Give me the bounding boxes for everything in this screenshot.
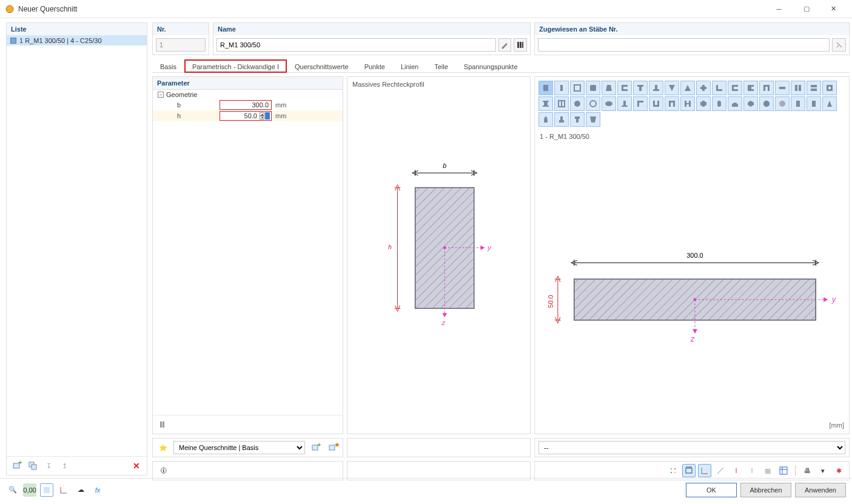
param-library-button[interactable]: [156, 418, 170, 431]
view-axes-button[interactable]: [698, 464, 711, 477]
copy-item-button[interactable]: [26, 459, 39, 472]
view-i2-button[interactable]: I: [745, 464, 759, 477]
shape-button[interactable]: [649, 96, 663, 111]
tree-toggle-icon[interactable]: −: [158, 92, 164, 98]
shape-button[interactable]: [791, 96, 805, 111]
param-h-label: h: [153, 112, 220, 119]
shape-button[interactable]: [665, 81, 679, 95]
shape-button[interactable]: [570, 96, 585, 111]
view-tool-1[interactable]: [666, 464, 680, 477]
shape-rectangle-button[interactable]: [538, 81, 553, 95]
select-members-button[interactable]: [832, 38, 846, 52]
view-i-button[interactable]: I: [730, 464, 743, 477]
new-section-button[interactable]: +: [309, 441, 322, 454]
shape-button[interactable]: [665, 96, 679, 111]
shape-button[interactable]: [602, 96, 616, 111]
cancel-button[interactable]: Abbrechen: [740, 483, 791, 497]
units-button[interactable]: 0,00: [23, 483, 36, 497]
apply-button[interactable]: Anwenden: [795, 483, 846, 497]
details-button[interactable]: ✱: [832, 464, 845, 477]
shape-button[interactable]: [743, 96, 758, 111]
shape-button[interactable]: [554, 81, 569, 95]
axes-settings-button[interactable]: [57, 483, 70, 497]
shape-button[interactable]: [791, 81, 805, 95]
new-section-star-button[interactable]: ★: [326, 441, 339, 454]
info-button[interactable]: 🛈: [156, 464, 170, 477]
param-h-value[interactable]: 50.0 ▴▾: [220, 111, 272, 121]
shape-button[interactable]: [554, 96, 569, 111]
library-button[interactable]: [514, 38, 527, 52]
shape-button[interactable]: [775, 81, 790, 95]
param-h-dropdown-icon[interactable]: [265, 112, 270, 119]
sort-asc-button[interactable]: ↧: [42, 459, 55, 472]
close-button[interactable]: ✕: [820, 0, 847, 18]
edit-name-button[interactable]: [498, 38, 512, 52]
shape-button[interactable]: [649, 81, 663, 95]
view-grid-button[interactable]: ▦: [761, 464, 774, 477]
shape-button[interactable]: [633, 96, 648, 111]
shape-button[interactable]: [586, 81, 600, 95]
shape-button[interactable]: [728, 96, 742, 111]
tab-linien[interactable]: Linien: [393, 59, 426, 73]
sort-desc-button[interactable]: ↥: [58, 459, 71, 472]
shape-button[interactable]: [586, 112, 600, 127]
tab-basis[interactable]: Basis: [152, 59, 184, 73]
view-principal-button[interactable]: [714, 464, 727, 477]
shape-button[interactable]: [617, 81, 632, 95]
shape-button[interactable]: [822, 81, 837, 95]
svg-text:★: ★: [334, 441, 340, 448]
list-item[interactable]: 1 R_M1 300/50 | 4 - C25/30: [7, 36, 147, 45]
name-input[interactable]: [216, 38, 496, 52]
help-button[interactable]: 🔍: [6, 483, 19, 497]
print-dropdown[interactable]: ▾: [816, 464, 830, 477]
shape-button[interactable]: [570, 112, 585, 127]
maximize-button[interactable]: ▢: [793, 0, 820, 18]
shape-button[interactable]: [759, 81, 774, 95]
shape-button[interactable]: [570, 81, 585, 95]
shape-button[interactable]: [680, 81, 695, 95]
assigned-input[interactable]: [538, 38, 830, 52]
stress-dropdown[interactable]: --: [538, 441, 845, 454]
param-b-value[interactable]: 300.0: [220, 100, 272, 110]
shape-button[interactable]: [759, 96, 774, 111]
function-button[interactable]: fx: [91, 483, 104, 497]
shape-button[interactable]: [712, 81, 726, 95]
shape-button[interactable]: [728, 81, 742, 95]
shape-button[interactable]: [822, 96, 837, 111]
shape-button[interactable]: [617, 96, 632, 111]
shape-button[interactable]: [633, 81, 648, 95]
tab-spannungspunkte[interactable]: Spannungspunkte: [456, 59, 526, 73]
shape-button[interactable]: [696, 81, 711, 95]
shape-button[interactable]: [602, 81, 616, 95]
svg-rect-39: [795, 85, 797, 91]
favorite-button[interactable]: ⭐: [156, 441, 170, 454]
svg-point-82: [674, 468, 676, 469]
shape-button[interactable]: [696, 96, 711, 111]
tab-punkte[interactable]: Punkte: [357, 59, 393, 73]
shape-button[interactable]: [775, 96, 790, 111]
shape-button[interactable]: [807, 81, 821, 95]
cloud-button[interactable]: ☁: [74, 483, 87, 497]
shape-button[interactable]: [807, 96, 821, 111]
new-item-button[interactable]: +: [10, 459, 24, 472]
ok-button[interactable]: OK: [686, 483, 737, 497]
shape-button[interactable]: [554, 112, 569, 127]
view-dimensions-button[interactable]: [682, 464, 696, 477]
param-h-spinner[interactable]: ▴▾: [260, 112, 264, 119]
shape-button[interactable]: [538, 96, 553, 111]
shape-button[interactable]: [743, 81, 758, 95]
delete-item-button[interactable]: ✕: [130, 459, 143, 472]
shape-button[interactable]: [680, 96, 695, 111]
shape-button[interactable]: [586, 96, 600, 111]
minimize-button[interactable]: ─: [765, 0, 793, 18]
color-button[interactable]: [40, 483, 53, 497]
svg-rect-59: [796, 101, 800, 107]
shape-button[interactable]: [538, 112, 553, 127]
view-values-button[interactable]: [777, 464, 790, 477]
tab-querschnittswerte[interactable]: Querschnittswerte: [287, 59, 357, 73]
shape-button[interactable]: [712, 96, 726, 111]
tab-teile[interactable]: Teile: [426, 59, 456, 73]
my-sections-dropdown[interactable]: Meine Querschnitte | Basis: [173, 441, 305, 454]
print-button[interactable]: 🖶: [800, 464, 814, 477]
tab-parametrisch[interactable]: Parametrisch - Dickwandige I: [184, 59, 287, 73]
